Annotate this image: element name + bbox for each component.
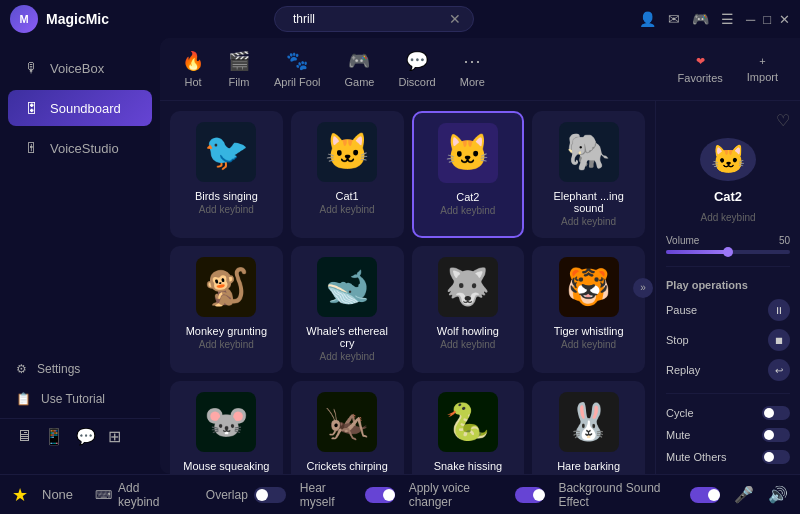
sound-card-elephant[interactable]: 🐘 Elephant ...ing sound Add keybind bbox=[532, 111, 645, 238]
menu-icon[interactable]: ☰ bbox=[721, 11, 734, 27]
minimize-button[interactable]: ─ bbox=[746, 12, 755, 27]
cycle-toggle[interactable] bbox=[762, 406, 790, 420]
snake-name: Snake hissing bbox=[434, 460, 503, 472]
sound-card-hare[interactable]: 🐰 Hare barking Add keybind bbox=[532, 381, 645, 474]
more-icon: ⋯ bbox=[463, 50, 481, 72]
maximize-button[interactable]: □ bbox=[763, 12, 771, 27]
sidebar-label-soundboard: Soundboard bbox=[50, 101, 121, 116]
category-film[interactable]: 🎬 Film bbox=[218, 46, 260, 92]
mute-toggle[interactable] bbox=[762, 428, 790, 442]
phone-icon[interactable]: 📱 bbox=[44, 427, 64, 446]
monitor-icon[interactable]: 🖥 bbox=[16, 427, 32, 446]
monkey-keybind: Add keybind bbox=[199, 339, 254, 350]
cat2-keybind: Add keybind bbox=[440, 205, 495, 216]
pause-button[interactable]: ⏸ bbox=[768, 299, 790, 321]
volume-section: Volume 50 bbox=[666, 235, 790, 254]
sound-card-cat1[interactable]: 🐱 Cat1 Add keybind bbox=[291, 111, 404, 238]
sound-card-wolf[interactable]: 🐺 Wolf howling Add keybind bbox=[412, 246, 525, 373]
birds-name: Birds singing bbox=[195, 190, 258, 202]
sound-card-tiger[interactable]: 🐯 Tiger whistling Add keybind bbox=[532, 246, 645, 373]
sound-grid-container: 🐦 Birds singing Add keybind 🐱 Cat1 Add k… bbox=[160, 101, 655, 474]
overlap-group: Overlap bbox=[206, 487, 286, 503]
april-fool-icon: 🐾 bbox=[286, 50, 308, 72]
discord-icon[interactable]: 🎮 bbox=[692, 11, 709, 27]
sound-card-snake[interactable]: 🐍 Snake hissing Add keybind bbox=[412, 381, 525, 474]
content-area: 🔥 Hot 🎬 Film 🐾 April Fool 🎮 Game 💬 Disco… bbox=[160, 38, 800, 474]
monkey-name: Monkey grunting bbox=[186, 325, 267, 337]
add-keybind-button[interactable]: ⌨ Add keybind bbox=[95, 481, 178, 509]
search-bar[interactable]: ✕ bbox=[274, 6, 474, 32]
hear-myself-label: Hear myself bbox=[300, 481, 359, 509]
mute-others-toggle[interactable] bbox=[762, 450, 790, 464]
settings-icon: ⚙ bbox=[16, 362, 27, 376]
play-ops-title: Play operations bbox=[666, 279, 790, 291]
sound-icon[interactable]: 🔊 bbox=[768, 485, 788, 504]
sound-card-monkey[interactable]: 🐒 Monkey grunting Add keybind bbox=[170, 246, 283, 373]
background-sound-toggle[interactable] bbox=[690, 487, 720, 503]
whale-emoji: 🐋 bbox=[317, 257, 377, 317]
sound-card-crickets[interactable]: 🦗 Crickets chirping Add keybind bbox=[291, 381, 404, 474]
tutorial-label: Use Tutorial bbox=[41, 392, 105, 406]
crickets-name: Crickets chirping bbox=[306, 460, 387, 472]
hot-icon: 🔥 bbox=[182, 50, 204, 72]
sound-card-mouse[interactable]: 🐭 Mouse squeaking Add keybind bbox=[170, 381, 283, 474]
film-icon: 🎬 bbox=[228, 50, 250, 72]
category-more[interactable]: ⋯ More bbox=[450, 46, 495, 92]
apply-voice-changer-toggle[interactable] bbox=[515, 487, 545, 503]
panel-keybind: Add keybind bbox=[666, 212, 790, 223]
bottom-none-label: None bbox=[42, 487, 73, 502]
play-op-replay: Replay ↩ bbox=[666, 359, 790, 381]
background-sound-label: Background Sound Effect bbox=[558, 481, 684, 509]
stop-label: Stop bbox=[666, 334, 689, 346]
user-icon[interactable]: 👤 bbox=[639, 11, 656, 27]
game-icon: 🎮 bbox=[348, 50, 370, 72]
category-april-fool[interactable]: 🐾 April Fool bbox=[264, 46, 330, 92]
sound-card-birds[interactable]: 🐦 Birds singing Add keybind bbox=[170, 111, 283, 238]
stop-button[interactable]: ⏹ bbox=[768, 329, 790, 351]
app-title: MagicMic bbox=[46, 11, 109, 27]
sidebar-item-voicebox[interactable]: 🎙 VoiceBox bbox=[8, 50, 152, 86]
category-game-label: Game bbox=[344, 76, 374, 88]
search-input[interactable] bbox=[293, 12, 443, 26]
heart-icon[interactable]: ♡ bbox=[776, 111, 790, 130]
mouse-name: Mouse squeaking bbox=[183, 460, 269, 472]
birds-keybind: Add keybind bbox=[199, 204, 254, 215]
app-logo: M bbox=[10, 5, 38, 33]
sidebar-item-voicestudio[interactable]: 🎚 VoiceStudio bbox=[8, 130, 152, 166]
category-favorites[interactable]: ❤ Favorites bbox=[668, 51, 733, 88]
hear-myself-toggle[interactable] bbox=[365, 487, 395, 503]
apply-voice-changer-group: Apply voice changer bbox=[409, 481, 545, 509]
category-game[interactable]: 🎮 Game bbox=[334, 46, 384, 92]
main-layout: 🎙 VoiceBox 🎛 Soundboard 🎚 VoiceStudio ⚙ … bbox=[0, 38, 800, 474]
sidebar-item-soundboard[interactable]: 🎛 Soundboard bbox=[8, 90, 152, 126]
volume-slider-track[interactable] bbox=[666, 250, 790, 254]
elephant-emoji: 🐘 bbox=[559, 122, 619, 182]
expand-button[interactable]: » bbox=[633, 278, 653, 298]
mic-icon[interactable]: 🎤 bbox=[734, 485, 754, 504]
sound-card-whale[interactable]: 🐋 Whale's ethereal cry Add keybind bbox=[291, 246, 404, 373]
sound-card-cat2[interactable]: 🐱 Cat2 Add keybind bbox=[412, 111, 525, 238]
overlap-toggle[interactable] bbox=[254, 487, 286, 503]
volume-label-row: Volume 50 bbox=[666, 235, 790, 246]
sidebar-label-voicebox: VoiceBox bbox=[50, 61, 104, 76]
voicestudio-icon: 🎚 bbox=[24, 140, 40, 156]
volume-value: 50 bbox=[779, 235, 790, 246]
category-import[interactable]: + Import bbox=[737, 51, 788, 87]
mail-icon[interactable]: ✉ bbox=[668, 11, 680, 27]
chat-icon[interactable]: 💬 bbox=[76, 427, 96, 446]
search-clear-button[interactable]: ✕ bbox=[449, 11, 461, 27]
sidebar-item-settings[interactable]: ⚙ Settings bbox=[0, 354, 160, 384]
grid-icon[interactable]: ⊞ bbox=[108, 427, 121, 446]
category-discord[interactable]: 💬 Discord bbox=[388, 46, 445, 92]
replay-button[interactable]: ↩ bbox=[768, 359, 790, 381]
category-bar: 🔥 Hot 🎬 Film 🐾 April Fool 🎮 Game 💬 Disco… bbox=[160, 38, 800, 101]
close-button[interactable]: ✕ bbox=[779, 12, 790, 27]
hare-name: Hare barking bbox=[557, 460, 620, 472]
cat1-keybind: Add keybind bbox=[320, 204, 375, 215]
replay-label: Replay bbox=[666, 364, 700, 376]
category-hot[interactable]: 🔥 Hot bbox=[172, 46, 214, 92]
pause-label: Pause bbox=[666, 304, 697, 316]
overlap-label: Overlap bbox=[206, 488, 248, 502]
category-more-label: More bbox=[460, 76, 485, 88]
sidebar-item-tutorial[interactable]: 📋 Use Tutorial bbox=[0, 384, 160, 414]
